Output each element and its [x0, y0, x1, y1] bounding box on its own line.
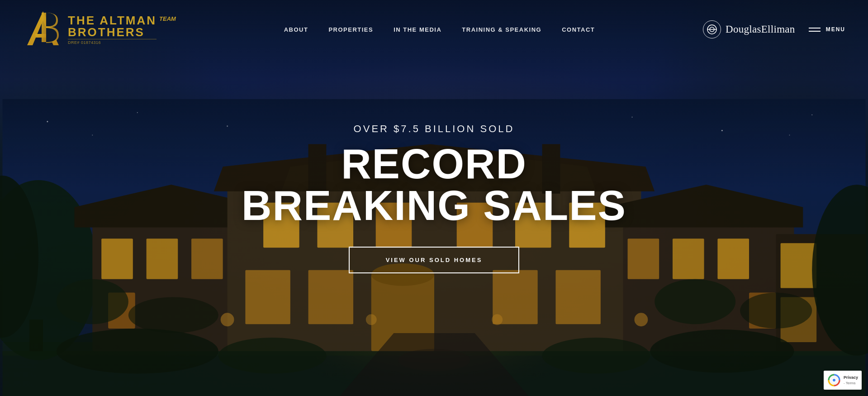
svg-point-44 [57, 329, 218, 373]
svg-point-39 [57, 279, 128, 324]
recaptcha-badge: Privacy - Terms [824, 371, 862, 390]
hero-content: OVER $7.5 BILLION SOLD RECORD BREAKING S… [231, 123, 638, 273]
svg-point-52 [492, 314, 503, 325]
svg-rect-29 [555, 270, 600, 324]
svg-rect-33 [673, 239, 704, 279]
menu-line-1 [809, 28, 821, 29]
de-name: DouglasElliman [726, 24, 795, 35]
douglas-elliman-logo[interactable]: DouglasElliman [703, 20, 795, 38]
hero-section: THE ALTMAN BROTHERS DRE# 01874316 TEAM A… [0, 0, 868, 396]
main-navigation: ABOUT PROPERTIES IN THE MEDIA TRAINING &… [176, 26, 703, 33]
svg-rect-37 [781, 243, 817, 288]
hero-title: RECORD BREAKING SALES [231, 143, 638, 226]
logo[interactable]: THE ALTMAN BROTHERS DRE# 01874316 TEAM [23, 9, 176, 50]
svg-point-45 [218, 338, 327, 374]
nav-in-the-media[interactable]: IN THE MEDIA [394, 26, 441, 33]
svg-point-42 [740, 292, 812, 329]
menu-label: MENU [826, 26, 845, 33]
svg-point-56 [227, 125, 228, 127]
recaptcha-text: Privacy - Terms [844, 375, 858, 386]
svg-point-59 [811, 115, 812, 115]
svg-rect-9 [101, 239, 133, 279]
svg-point-61 [789, 134, 790, 135]
nav-properties[interactable]: PROPERTIES [328, 26, 373, 33]
svg-point-70 [833, 379, 835, 382]
logo-icon [23, 9, 63, 50]
svg-point-41 [655, 279, 735, 324]
logo-line1: THE ALTMAN [68, 14, 157, 26]
menu-button[interactable]: MENU [809, 26, 845, 33]
svg-rect-11 [191, 239, 223, 279]
svg-point-55 [137, 112, 138, 113]
svg-rect-27 [308, 270, 353, 324]
svg-point-54 [47, 121, 48, 122]
svg-point-60 [92, 134, 93, 135]
svg-point-57 [632, 117, 633, 118]
svg-rect-26 [245, 270, 290, 324]
header-right: DouglasElliman MENU [703, 20, 845, 38]
logo-team: TEAM [159, 15, 176, 22]
logo-line2: BROTHERS [68, 26, 157, 38]
hero-tagline: OVER $7.5 BILLION SOLD [231, 123, 638, 135]
menu-line-2 [809, 31, 821, 32]
svg-point-51 [366, 314, 377, 325]
svg-point-50 [221, 313, 234, 326]
svg-point-40 [128, 297, 218, 333]
view-sold-homes-button[interactable]: VIEW OUR SOLD HOMES [349, 247, 520, 273]
logo-dre: DRE# 01874316 [68, 40, 157, 45]
svg-point-49 [398, 349, 470, 372]
svg-rect-10 [147, 239, 178, 279]
nav-contact[interactable]: CONTACT [562, 26, 595, 33]
menu-icon [809, 28, 821, 32]
svg-point-53 [634, 313, 648, 326]
logo-text: THE ALTMAN BROTHERS DRE# 01874316 TEAM [68, 14, 176, 45]
svg-point-47 [650, 329, 794, 372]
nav-training-speaking[interactable]: TRAINING & SPEAKING [462, 26, 541, 33]
svg-point-58 [721, 130, 723, 131]
recaptcha-icon [827, 373, 841, 387]
de-circle-icon [703, 20, 721, 38]
nav-about[interactable]: ABOUT [284, 26, 308, 33]
svg-rect-34 [717, 239, 749, 279]
site-header: THE ALTMAN BROTHERS DRE# 01874316 TEAM A… [0, 0, 868, 59]
svg-rect-5 [29, 320, 43, 351]
svg-point-46 [542, 338, 650, 374]
svg-rect-64 [42, 13, 46, 42]
